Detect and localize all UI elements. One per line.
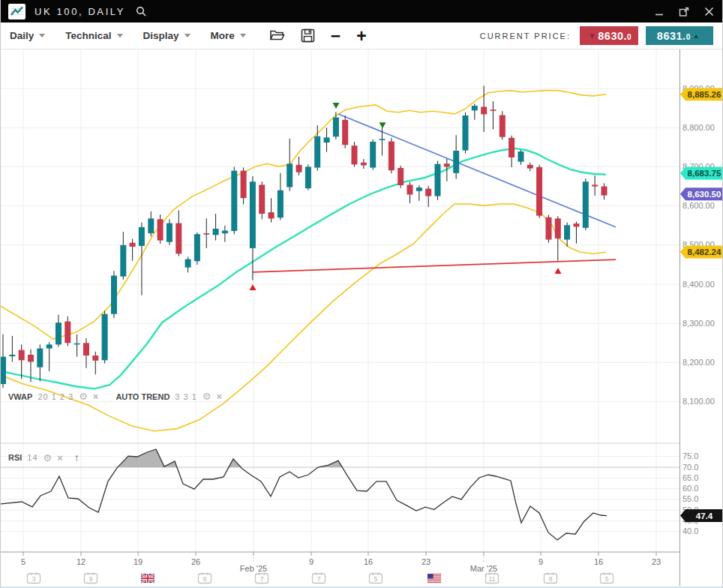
- svg-text:3: 3: [32, 575, 36, 583]
- buy-price-value: 8631.: [657, 30, 686, 42]
- svg-text:26: 26: [191, 557, 200, 566]
- svg-text:8,600.00: 8,600.00: [682, 201, 715, 210]
- vwap-settings-gear-icon[interactable]: ⚙: [79, 392, 88, 400]
- menu-display[interactable]: Display: [143, 30, 190, 41]
- open-folder-icon[interactable]: [269, 29, 285, 42]
- zoom-out-button[interactable]: −: [331, 28, 340, 44]
- auto-trend-support: [253, 260, 616, 272]
- svg-text:60.0: 60.0: [682, 484, 698, 493]
- us-flag-icon: [428, 574, 441, 583]
- sell-price-button[interactable]: ▼ 8630. 0: [580, 26, 638, 45]
- svg-text:40.0: 40.0: [682, 526, 698, 536]
- auto-trend-indicator-params: 3 3 1: [175, 392, 196, 401]
- vwap-indicator-label: VWAP: [8, 392, 32, 401]
- rsi-indicator-row: RSI 14 ⚙ × ↑: [8, 452, 80, 464]
- svg-text:5: 5: [21, 557, 26, 566]
- instrument-title: UK 100, DAILY: [34, 6, 125, 17]
- vwap-indicator-params: 20 1 2 3: [38, 392, 74, 401]
- svg-text:8,683.75: 8,683.75: [688, 169, 722, 178]
- price-tag-863050: 8,630.50: [680, 188, 722, 200]
- up-arrow-icon: ▲: [693, 32, 700, 40]
- close-icon[interactable]: [703, 5, 715, 17]
- svg-text:12: 12: [76, 557, 86, 566]
- vwap-remove-icon[interactable]: ×: [93, 391, 99, 402]
- svg-text:5: 5: [605, 575, 609, 583]
- auto-trend-remove-icon[interactable]: ×: [216, 391, 222, 402]
- toolbar: Daily Technical Display More: [1, 22, 722, 50]
- minimize-icon[interactable]: [653, 5, 665, 17]
- uk-flag-icon: [141, 574, 154, 583]
- popout-icon[interactable]: [678, 5, 690, 17]
- sell-price-value: 8630.: [598, 30, 627, 42]
- economic-calendar-icon[interactable]: 7: [313, 573, 326, 584]
- chart-area[interactable]: 8,900.008,800.008,700.008,600.008,500.00…: [1, 50, 722, 586]
- economic-calendar-icon[interactable]: 11: [486, 573, 499, 584]
- economic-calendar-icon[interactable]: 9: [85, 573, 98, 584]
- svg-text:16: 16: [364, 557, 373, 566]
- price-chart-canvas[interactable]: 8,900.008,800.008,700.008,600.008,500.00…: [1, 50, 723, 586]
- trend-signal-up-icon: [555, 268, 562, 274]
- svg-text:75.0: 75.0: [682, 452, 698, 460]
- auto-trend-settings-gear-icon[interactable]: ⚙: [202, 392, 212, 400]
- chevron-down-icon: [39, 34, 45, 38]
- economic-calendar-icon[interactable]: 5: [601, 573, 614, 584]
- trend-signal-up-icon: [250, 284, 256, 290]
- economic-calendar-icon[interactable]: 5: [370, 573, 382, 584]
- rsi-move-up-icon[interactable]: ↑: [74, 452, 80, 464]
- svg-text:8,482.24: 8,482.24: [688, 248, 722, 256]
- toolbar-icons: − +: [269, 28, 367, 44]
- menu-daily[interactable]: Daily: [10, 30, 45, 41]
- svg-text:8,400.00: 8,400.00: [682, 280, 715, 289]
- window-controls: [653, 5, 715, 17]
- svg-text:16: 16: [594, 557, 603, 566]
- rsi-settings-gear-icon[interactable]: ⚙: [44, 454, 52, 462]
- zoom-in-button[interactable]: +: [356, 28, 366, 44]
- search-icon[interactable]: [136, 6, 147, 17]
- overlay-indicator-row: VWAP 20 1 2 3 ⚙ × AUTO TREND 3 3 1 ⚙ ×: [8, 391, 222, 402]
- auto-trend-indicator-label: AUTO TREND: [116, 392, 170, 401]
- svg-text:8,630.50: 8,630.50: [688, 190, 722, 199]
- title-bar: UK 100, DAILY: [1, 0, 722, 22]
- menu-more[interactable]: More: [211, 30, 246, 41]
- save-icon[interactable]: [301, 28, 315, 43]
- menu-technical-label: Technical: [65, 30, 111, 41]
- chart-window: UK 100, DAILY: [0, 0, 723, 588]
- svg-text:9: 9: [538, 557, 543, 566]
- svg-text:5: 5: [374, 575, 378, 583]
- economic-calendar-icon[interactable]: 6: [199, 573, 212, 584]
- rsi-overbought-fill: [1, 449, 607, 540]
- svg-text:8,300.00: 8,300.00: [682, 319, 715, 328]
- menu-technical[interactable]: Technical: [65, 30, 122, 41]
- svg-text:55.0: 55.0: [682, 494, 698, 503]
- menu-daily-label: Daily: [10, 30, 34, 41]
- svg-text:9: 9: [309, 557, 314, 566]
- svg-text:8,100.00: 8,100.00: [682, 397, 715, 406]
- svg-text:Mar '25: Mar '25: [470, 564, 497, 573]
- svg-text:8,885.26: 8,885.26: [688, 90, 722, 99]
- current-price-label: CURRENT PRICE:: [480, 32, 571, 40]
- economic-calendar-icon[interactable]: 7: [256, 573, 268, 584]
- svg-text:7: 7: [260, 575, 264, 583]
- rsi-remove-icon[interactable]: ×: [57, 452, 63, 464]
- menu-display-label: Display: [143, 30, 179, 41]
- rsi-line: [1, 449, 607, 540]
- svg-text:11: 11: [489, 575, 496, 583]
- svg-text:8,800.00: 8,800.00: [682, 123, 715, 132]
- bollinger-bands: [1, 91, 606, 431]
- chevron-down-icon: [184, 34, 190, 38]
- svg-text:23: 23: [422, 557, 430, 566]
- menu-more-label: More: [211, 30, 235, 41]
- svg-text:19: 19: [134, 557, 142, 566]
- candles: [1, 86, 608, 388]
- economic-calendar-icon[interactable]: 8: [544, 573, 557, 584]
- svg-text:8,200.00: 8,200.00: [682, 358, 715, 367]
- trend-signal-down-icon: [333, 103, 340, 109]
- rsi-indicator-label: RSI: [8, 453, 22, 462]
- economic-calendar-icon[interactable]: 3: [28, 573, 40, 584]
- svg-text:8: 8: [549, 575, 553, 583]
- chevron-down-icon: [117, 34, 123, 38]
- svg-text:47.4: 47.4: [696, 512, 713, 520]
- rsi-indicator-params: 14: [27, 453, 38, 462]
- buy-price-button[interactable]: 8631. 0 ▲: [646, 26, 713, 45]
- svg-text:9: 9: [89, 575, 93, 583]
